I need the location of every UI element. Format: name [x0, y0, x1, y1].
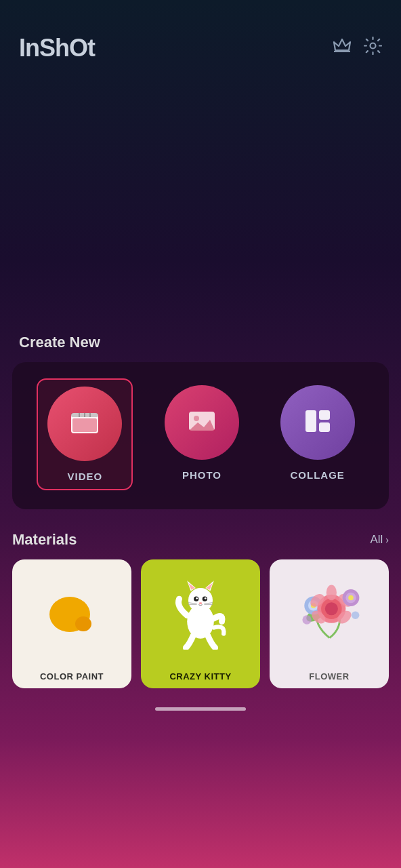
- header: InShOt: [0, 0, 401, 76]
- color-paint-label: COLOR PAINT: [12, 665, 131, 688]
- video-label: VIDEO: [67, 471, 102, 482]
- kitty-illustration: [167, 572, 234, 653]
- svg-point-47: [351, 612, 358, 619]
- empty-area: [0, 76, 401, 334]
- svg-point-46: [302, 615, 311, 624]
- settings-icon[interactable]: [364, 37, 382, 60]
- svg-point-26: [199, 602, 203, 604]
- photo-circle: [165, 385, 239, 460]
- photo-icon: [184, 403, 219, 441]
- svg-point-9: [194, 416, 199, 421]
- app-logo: InShOt: [19, 34, 95, 62]
- svg-point-15: [75, 616, 91, 631]
- video-circle: [47, 387, 122, 461]
- material-color-paint[interactable]: COLOR PAINT: [12, 559, 131, 688]
- svg-point-37: [324, 602, 337, 615]
- svg-rect-11: [305, 410, 316, 432]
- collage-icon: [300, 403, 335, 441]
- svg-point-45: [348, 595, 354, 601]
- video-icon: [67, 405, 102, 443]
- flower-label: FLOWER: [270, 665, 389, 688]
- crazy-kitty-label: CRAZY KITTY: [141, 665, 260, 688]
- svg-point-38: [326, 585, 336, 600]
- svg-point-25: [205, 597, 207, 599]
- material-crazy-kitty[interactable]: CRAZY KITTY: [141, 559, 260, 688]
- svg-rect-12: [319, 410, 330, 420]
- materials-title: Materials: [12, 531, 77, 549]
- materials-grid: COLOR PAINT: [12, 559, 389, 688]
- svg-point-24: [196, 597, 198, 599]
- crown-icon[interactable]: [333, 38, 352, 59]
- svg-rect-13: [319, 422, 330, 432]
- svg-point-17: [188, 588, 213, 612]
- create-photo-item[interactable]: PHOTO: [155, 378, 249, 490]
- create-collage-item[interactable]: COLLAGE: [271, 378, 364, 490]
- create-video-item[interactable]: VIDEO: [37, 378, 133, 490]
- collage-label: COLLAGE: [290, 469, 344, 481]
- create-new-section: Create New VIDEO: [0, 334, 401, 509]
- material-flower[interactable]: FLOWER: [270, 559, 389, 688]
- header-icons: [333, 37, 382, 60]
- materials-header: Materials All ›: [12, 531, 389, 549]
- collage-circle: [280, 385, 355, 460]
- color-paint-image: [12, 559, 131, 665]
- photo-label: PHOTO: [182, 469, 221, 481]
- materials-section: Materials All › COLOR PAINT: [0, 509, 401, 688]
- home-indicator: [155, 707, 246, 711]
- crazy-kitty-image: [141, 559, 260, 665]
- materials-all-button[interactable]: All ›: [370, 533, 389, 547]
- create-new-title: Create New: [0, 334, 401, 362]
- svg-point-0: [371, 43, 376, 49]
- chevron-right-icon: ›: [385, 534, 389, 545]
- svg-rect-6: [72, 418, 97, 432]
- create-new-card: VIDEO PHOTO: [12, 362, 389, 509]
- flower-image: [270, 559, 389, 665]
- flower-illustration: [292, 572, 366, 653]
